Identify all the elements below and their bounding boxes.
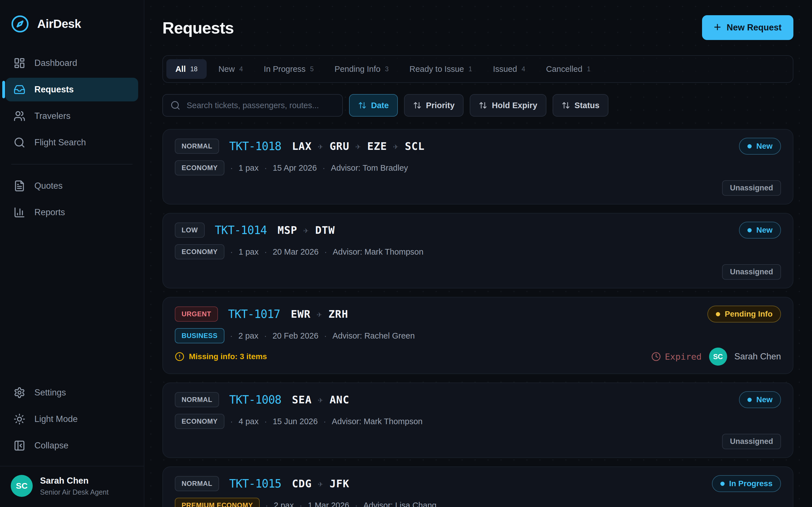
missing-info-label: Missing info: 3 items — [189, 352, 267, 361]
card-footer-row: Unassigned — [175, 180, 781, 196]
meta-value: 1 pax — [239, 163, 259, 173]
priority-badge: NORMAL — [175, 138, 219, 154]
cabin-badge: BUSINESS — [175, 328, 224, 343]
cabin-badge: PREMIUM ECONOMY — [175, 498, 260, 507]
unassigned-badge: Unassigned — [722, 264, 781, 280]
sidebar: AirDesk DashboardRequestsTravelersFlight… — [0, 0, 144, 507]
tab-new[interactable]: New4 — [209, 59, 252, 79]
request-card[interactable]: NORMALTKT-1015CDG✈JFKIn ProgressPREMIUM … — [162, 466, 794, 507]
card-footer-right: Unassigned — [722, 434, 781, 449]
tab-all[interactable]: All18 — [166, 59, 207, 79]
status-dot — [748, 144, 752, 149]
sidebar-item-requests[interactable]: Requests — [6, 78, 138, 101]
status-badge: Pending Info — [707, 305, 781, 323]
tab-in-progress[interactable]: In Progress5 — [255, 59, 322, 79]
airport-code: DTW — [315, 224, 335, 236]
meta-separator: · — [230, 416, 233, 426]
cabin-badge: ECONOMY — [175, 244, 224, 260]
sidebar-item-collapse[interactable]: Collapse — [6, 434, 138, 457]
sidebar-item-light-mode[interactable]: Light Mode — [6, 407, 138, 431]
route: CDG✈JFK — [292, 478, 349, 490]
main-content: Requests + New Request All18New4In Progr… — [144, 0, 812, 507]
status-badge: In Progress — [712, 475, 781, 492]
sidebar-item-dashboard[interactable]: Dashboard — [6, 51, 138, 75]
sidebar-item-settings[interactable]: Settings — [6, 381, 138, 404]
route: MSP✈DTW — [277, 224, 335, 236]
meta-value: Advisor: Tom Bradley — [331, 163, 408, 173]
meta-separator: · — [265, 501, 268, 507]
meta-separator: · — [230, 247, 233, 257]
sort-button-label: Hold Expiry — [492, 101, 537, 110]
meta-value: 1 pax — [239, 247, 259, 257]
priority-badge: LOW — [175, 223, 205, 238]
hold-expired-text: Expired — [665, 351, 702, 362]
status-label: In Progress — [729, 479, 772, 488]
sidebar-footer: SettingsLight ModeCollapse SC Sarah Chen… — [0, 381, 144, 507]
tab-issued[interactable]: Issued4 — [484, 59, 534, 79]
missing-info-warning: Missing info: 3 items — [175, 352, 267, 361]
airport-code: EZE — [367, 140, 387, 152]
sort-button-hold-expiry[interactable]: Hold Expiry — [470, 94, 546, 117]
card-footer-right: ExpiredSCSarah Chen — [651, 348, 781, 365]
document-icon — [13, 180, 26, 192]
airport-code: GRU — [329, 140, 349, 152]
tab-count: 5 — [310, 65, 314, 73]
meta-separator: · — [324, 247, 327, 257]
sidebar-item-travelers[interactable]: Travelers — [6, 104, 138, 128]
users-icon — [13, 110, 26, 122]
avatar: SC — [709, 348, 727, 365]
status-label: New — [756, 142, 772, 151]
sort-button-priority[interactable]: Priority — [404, 94, 464, 117]
meta-separator: · — [264, 416, 267, 426]
sort-button-status[interactable]: Status — [553, 94, 609, 117]
plane-icon: ✈ — [393, 141, 399, 151]
toolbar: DatePriorityHold ExpiryStatus — [162, 94, 794, 117]
tab-pending-info[interactable]: Pending Info3 — [326, 59, 398, 79]
ticket-id: TKT-1014 — [215, 224, 267, 237]
plane-icon: ✈ — [318, 395, 323, 405]
card-header-row: LOWTKT-1014MSP✈DTWNew — [175, 221, 781, 239]
page-header: Requests + New Request — [162, 15, 794, 40]
request-card[interactable]: URGENTTKT-1017EWR✈ZRHPending InfoBUSINES… — [162, 297, 794, 374]
status-label: New — [756, 395, 772, 404]
request-card[interactable]: NORMALTKT-1018LAX✈GRU✈EZE✈SCLNewECONOMY·… — [162, 129, 794, 205]
hold-expired-label: Expired — [651, 351, 702, 362]
sidebar-item-flight-search[interactable]: Flight Search — [6, 131, 138, 154]
search-icon — [170, 100, 181, 110]
status-dot — [720, 482, 725, 486]
card-meta-row: PREMIUM ECONOMY·2 pax·1 Mar 2026·Advisor… — [175, 497, 781, 507]
tab-ready-to-issue[interactable]: Ready to Issue1 — [400, 59, 481, 79]
sort-arrows-icon — [479, 101, 487, 110]
cabin-badge: ECONOMY — [175, 414, 224, 429]
meta-separator: · — [322, 163, 325, 173]
search-input[interactable] — [187, 101, 335, 110]
plane-icon: ✈ — [356, 141, 361, 151]
current-user[interactable]: SC Sarah Chen Senior Air Desk Agent — [0, 466, 144, 507]
request-list: NORMALTKT-1018LAX✈GRU✈EZE✈SCLNewECONOMY·… — [162, 129, 794, 507]
card-footer-right: Unassigned — [722, 264, 781, 280]
sidebar-item-quotes[interactable]: Quotes — [6, 174, 138, 198]
sidebar-item-label: Dashboard — [35, 58, 77, 68]
sort-buttons: DatePriorityHold ExpiryStatus — [349, 94, 608, 117]
priority-badge: NORMAL — [175, 392, 219, 407]
sort-button-date[interactable]: Date — [349, 94, 398, 117]
meta-value: 2 pax — [239, 331, 259, 341]
meta-value: 2 pax — [274, 501, 294, 507]
meta-value: Advisor: Mark Thompson — [332, 417, 423, 426]
request-card[interactable]: NORMALTKT-1008SEA✈ANCNewECONOMY·4 pax·15… — [162, 383, 794, 458]
tab-label: Pending Info — [335, 64, 380, 74]
airport-code: MSP — [277, 224, 297, 236]
sidebar-item-reports[interactable]: Reports — [6, 201, 138, 224]
app-logo: AirDesk — [0, 11, 144, 51]
avatar: SC — [11, 475, 33, 497]
sidebar-divider — [11, 164, 133, 165]
new-request-button[interactable]: + New Request — [702, 15, 794, 40]
dashboard-icon — [13, 57, 26, 69]
card-footer-row: Missing info: 3 itemsExpiredSCSarah Chen — [175, 348, 781, 365]
tab-cancelled[interactable]: Cancelled1 — [537, 59, 600, 79]
meta-value: Advisor: Rachel Green — [333, 331, 415, 341]
airport-code: SCL — [405, 140, 424, 152]
request-card[interactable]: LOWTKT-1014MSP✈DTWNewECONOMY·1 pax·20 Ma… — [162, 213, 794, 288]
card-header-row: URGENTTKT-1017EWR✈ZRHPending Info — [175, 305, 781, 323]
meta-value: 1 Mar 2026 — [308, 501, 349, 507]
